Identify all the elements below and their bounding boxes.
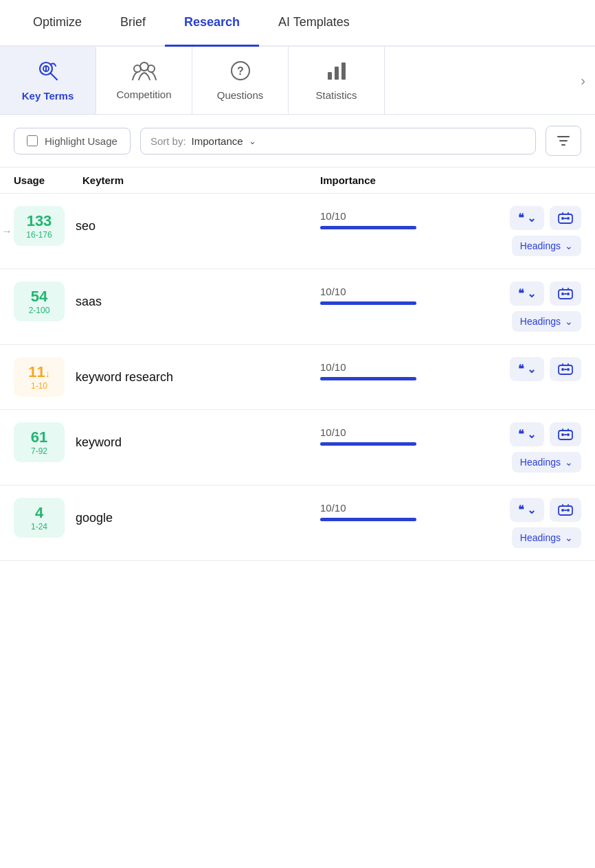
- sub-tab-key-terms[interactable]: Key Terms: [0, 47, 96, 114]
- quote-button-keyword[interactable]: ❝ ⌄: [510, 422, 544, 446]
- down-arrow-icon: ↓: [45, 368, 50, 379]
- quote-icon: ❝: [518, 287, 524, 300]
- row-arrow-indicator: →: [1, 225, 12, 238]
- importance-bar-bg: [320, 442, 416, 446]
- sub-tab-competition[interactable]: Competition: [96, 47, 192, 114]
- importance-bar: [320, 518, 416, 521]
- ai-button-keyword-research[interactable]: [550, 357, 581, 381]
- action-row-top: ❝ ⌄: [510, 422, 581, 446]
- importance-bar: [320, 377, 416, 380]
- importance-bar-bg: [320, 301, 416, 305]
- competition-icon: [132, 60, 157, 84]
- table-row: 11↓ 1-10 keyword research 10/10 ❝ ⌄: [0, 345, 595, 410]
- keyterm-seo: seo: [65, 206, 320, 246]
- importance-google: 10/10: [320, 498, 458, 521]
- importance-score: 10/10: [320, 361, 458, 373]
- quote-icon: ❝: [518, 428, 524, 441]
- usage-badge-seo: 133 16-176: [14, 206, 65, 246]
- sort-chevron-icon: ⌄: [249, 136, 256, 146]
- headings-button-google[interactable]: Headings ⌄: [512, 527, 581, 548]
- ai-button-keyword[interactable]: [550, 422, 581, 446]
- importance-bar-bg: [320, 518, 416, 521]
- sub-tab-questions-label: Questions: [217, 89, 264, 101]
- sort-dropdown[interactable]: Sort by: Importance ⌄: [140, 128, 536, 155]
- keyterm-saas: saas: [65, 282, 320, 321]
- svg-rect-10: [335, 67, 339, 80]
- importance-score: 10/10: [320, 286, 458, 297]
- table-header: Usage Keyterm Importance: [0, 168, 595, 194]
- top-nav: Optimize Brief Research AI Templates: [0, 0, 595, 47]
- actions-seo: ❝ ⌄ Headings ⌄: [458, 206, 581, 256]
- svg-point-6: [148, 65, 155, 72]
- tab-research[interactable]: Research: [165, 0, 259, 47]
- table-row: 54 2-100 saas 10/10 ❝ ⌄: [0, 269, 595, 345]
- usage-badge-keyword-research: 11↓ 1-10: [14, 357, 65, 397]
- svg-point-21: [567, 293, 570, 295]
- headings-label: Headings: [520, 316, 561, 327]
- usage-badge-keyword: 61 7-92: [14, 422, 65, 462]
- quote-button-keyword-research[interactable]: ❝ ⌄: [510, 357, 544, 381]
- quote-icon: ❝: [518, 503, 524, 516]
- sub-tab-statistics-label: Statistics: [315, 89, 357, 101]
- usage-count: 11↓: [28, 363, 49, 381]
- table-row: 61 7-92 keyword 10/10 ❝ ⌄: [0, 410, 595, 486]
- usage-count: 61: [31, 429, 47, 446]
- svg-point-28: [561, 433, 564, 436]
- table-row: 4 1-24 google 10/10 ❝ ⌄: [0, 486, 595, 561]
- svg-point-29: [567, 433, 570, 436]
- svg-point-16: [561, 217, 564, 220]
- svg-rect-11: [341, 62, 346, 80]
- headings-label: Headings: [520, 457, 561, 468]
- highlight-usage-label: Highlight Usage: [45, 135, 117, 147]
- svg-rect-26: [564, 369, 567, 370]
- usage-count: 4: [35, 504, 43, 522]
- ai-button-saas[interactable]: [550, 282, 581, 306]
- svg-rect-30: [564, 434, 567, 435]
- tab-ai-templates[interactable]: AI Templates: [259, 0, 369, 47]
- sub-nav-more-button[interactable]: ›: [571, 47, 595, 114]
- headings-button-saas[interactable]: Headings ⌄: [512, 311, 581, 332]
- importance-keyword: 10/10: [320, 422, 458, 446]
- table-row: → 133 16-176 seo 10/10 ❝ ⌄: [0, 194, 595, 269]
- quote-button-google[interactable]: ❝ ⌄: [510, 498, 544, 522]
- key-terms-icon: [36, 59, 60, 86]
- importance-seo: 10/10: [320, 206, 458, 229]
- filter-button[interactable]: [546, 126, 581, 156]
- actions-keyword-research: ❝ ⌄: [458, 357, 581, 381]
- tab-brief[interactable]: Brief: [101, 0, 165, 47]
- usage-range: 7-92: [31, 446, 47, 456]
- quote-button-saas[interactable]: ❝ ⌄: [510, 282, 544, 306]
- importance-bar: [320, 442, 416, 446]
- ai-button-seo[interactable]: [550, 206, 581, 230]
- importance-score: 10/10: [320, 210, 458, 222]
- sub-tab-competition-label: Competition: [116, 89, 171, 100]
- headings-button-seo[interactable]: Headings ⌄: [512, 236, 581, 256]
- sort-value: Importance: [192, 135, 243, 147]
- sub-nav: Key Terms Competition ? Questions: [0, 47, 595, 115]
- sub-tab-statistics[interactable]: Statistics: [289, 47, 385, 114]
- highlight-usage-checkbox[interactable]: [27, 135, 38, 146]
- importance-saas: 10/10: [320, 282, 458, 305]
- sort-by-label: Sort by:: [150, 135, 186, 147]
- svg-point-32: [561, 509, 564, 512]
- importance-bar-bg: [320, 226, 416, 229]
- tab-optimize[interactable]: Optimize: [14, 0, 101, 47]
- highlight-usage-checkbox-container[interactable]: Highlight Usage: [14, 128, 131, 155]
- quote-chevron-icon: ⌄: [527, 503, 536, 516]
- usage-range: 2-100: [29, 306, 50, 315]
- quote-button-seo[interactable]: ❝ ⌄: [510, 206, 544, 230]
- importance-score: 10/10: [320, 502, 458, 514]
- quote-chevron-icon: ⌄: [527, 212, 536, 225]
- usage-badge-saas: 54 2-100: [14, 282, 65, 321]
- sub-tab-questions[interactable]: ? Questions: [192, 47, 289, 114]
- header-usage: Usage: [14, 174, 82, 186]
- headings-chevron-icon: ⌄: [565, 457, 573, 468]
- ai-button-google[interactable]: [550, 498, 581, 522]
- headings-button-keyword[interactable]: Headings ⌄: [512, 452, 581, 472]
- quote-icon: ❝: [518, 212, 524, 225]
- sub-tab-key-terms-label: Key Terms: [22, 90, 74, 102]
- usage-range: 1-24: [31, 522, 47, 532]
- svg-point-20: [561, 293, 564, 295]
- usage-range: 16-176: [26, 230, 52, 240]
- usage-count: 54: [31, 288, 47, 306]
